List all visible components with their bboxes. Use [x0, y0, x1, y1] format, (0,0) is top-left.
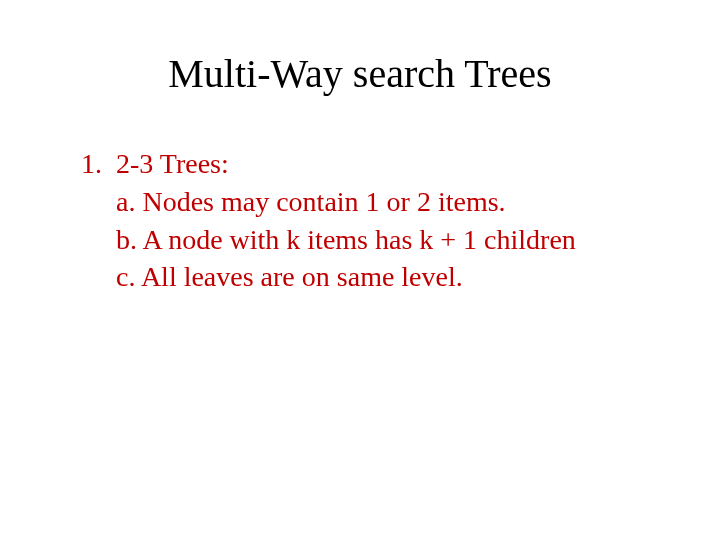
list-number: 1. — [60, 145, 116, 183]
slide-container: Multi-Way search Trees 1. 2-3 Trees: a. … — [0, 0, 720, 540]
list-item: 1. 2-3 Trees: a. Nodes may contain 1 or … — [60, 145, 660, 296]
sub-item-b: b. A node with k items has k + 1 childre… — [116, 221, 660, 259]
list-body: 2-3 Trees: a. Nodes may contain 1 or 2 i… — [116, 145, 660, 296]
sub-item-c: c. All leaves are on same level. — [116, 258, 660, 296]
list-container: 1. 2-3 Trees: a. Nodes may contain 1 or … — [60, 145, 660, 296]
slide-title: Multi-Way search Trees — [60, 50, 660, 97]
list-heading: 2-3 Trees: — [116, 145, 660, 183]
sub-item-a: a. Nodes may contain 1 or 2 items. — [116, 183, 660, 221]
